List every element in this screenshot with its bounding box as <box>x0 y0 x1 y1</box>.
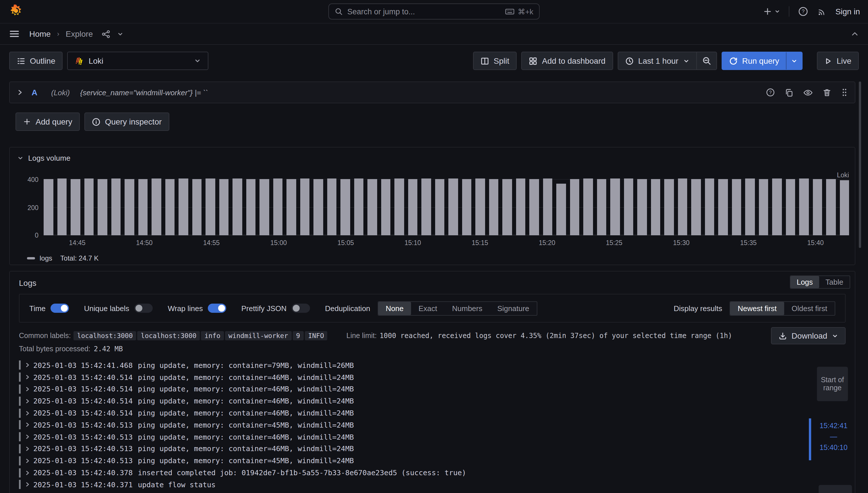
log-timestamp: 2025-01-03 15:42:40.514 <box>33 409 133 417</box>
log-timestamp: 2025-01-03 15:42:40.371 <box>33 480 133 489</box>
volume-bar <box>246 179 255 235</box>
display-results-option[interactable]: Oldest first <box>784 302 835 315</box>
log-row[interactable]: 2025-01-03 15:42:40.378 inserted complet… <box>19 467 800 479</box>
delete-query-icon[interactable] <box>823 88 831 97</box>
display-results-control: Display results Newest firstOldest first <box>674 301 835 315</box>
total-bytes-label: Total bytes processed: <box>19 345 90 353</box>
sign-in-button[interactable]: Sign in <box>835 7 860 16</box>
preview-eye-icon[interactable] <box>803 88 813 97</box>
log-row[interactable]: 2025-01-03 15:42:40.514 ping update, mem… <box>19 407 800 419</box>
log-level-bar <box>19 456 21 466</box>
new-button[interactable] <box>763 7 780 16</box>
run-query-button[interactable]: Run query <box>722 52 786 69</box>
zoom-out-time-button[interactable] <box>696 52 717 70</box>
logs-volume-bars <box>44 173 849 235</box>
dedup-option[interactable]: Exact <box>411 302 445 315</box>
view-toggle-option[interactable]: Logs <box>790 276 819 288</box>
query-ref-id[interactable]: A <box>31 88 37 97</box>
logs-volume-header[interactable]: Logs volume <box>17 154 70 163</box>
chevron-right-icon[interactable] <box>25 434 30 440</box>
volume-bar <box>367 179 377 235</box>
live-button[interactable]: Live <box>817 52 859 70</box>
log-row[interactable]: 2025-01-03 15:42:40.514 ping update, mem… <box>19 371 800 383</box>
logs-volume-chart[interactable] <box>44 173 849 235</box>
query-help-icon[interactable]: ? <box>766 88 775 97</box>
chevron-right-icon[interactable] <box>25 422 30 428</box>
run-query-caret[interactable] <box>786 52 802 69</box>
outline-button[interactable]: Outline <box>9 52 63 70</box>
breadcrumb-current[interactable]: Explore <box>66 29 93 39</box>
drag-handle-icon[interactable] <box>841 88 848 97</box>
chevron-right-icon[interactable] <box>25 398 30 404</box>
help-icon[interactable]: ? <box>798 6 808 17</box>
total-bytes-value: 2.42 MB <box>94 345 123 353</box>
query-editor-row: A (Loki) {service_name="windmill-worker"… <box>9 82 855 103</box>
dedup-option[interactable]: None <box>378 302 411 315</box>
volume-bar <box>691 179 701 235</box>
display-results-option[interactable]: Newest first <box>730 302 784 315</box>
chevron-right-icon[interactable] <box>25 446 30 452</box>
dedup-option[interactable]: Numbers <box>445 302 490 315</box>
breadcrumb-separator: › <box>57 30 59 38</box>
dedup-option[interactable]: Signature <box>490 302 537 315</box>
copy-query-icon[interactable] <box>785 88 793 97</box>
log-level-bar <box>19 444 21 453</box>
grafana-logo-icon[interactable] <box>9 4 23 19</box>
query-expression[interactable]: {service_name="windmill-worker"} |= `` <box>80 88 208 97</box>
breadcrumb-home[interactable]: Home <box>29 29 51 39</box>
chevron-right-icon[interactable] <box>25 458 30 464</box>
page-scrollbar-thumb[interactable] <box>859 82 861 248</box>
menu-icon[interactable] <box>9 29 20 39</box>
chart-legend[interactable]: logs Total: 24.7 K <box>27 254 99 262</box>
toggle-switch[interactable] <box>134 304 153 313</box>
toggle-switch[interactable] <box>208 304 227 313</box>
volume-bar <box>125 179 134 235</box>
chevron-right-icon[interactable] <box>25 386 30 392</box>
split-button[interactable]: Split <box>473 52 517 70</box>
chevron-right-icon[interactable] <box>25 410 30 416</box>
info-circle-icon <box>92 117 101 126</box>
chevron-right-icon[interactable] <box>25 470 30 475</box>
log-message: ping update, memory: container=46MB, win… <box>138 373 354 381</box>
chevron-right-icon[interactable] <box>25 362 30 368</box>
chevron-right-icon[interactable] <box>25 482 30 488</box>
chevron-right-icon[interactable] <box>25 374 30 380</box>
range-indicator-bar <box>809 419 811 460</box>
add-query-button[interactable]: Add query <box>16 112 80 131</box>
toggle-knob <box>135 305 142 312</box>
collapse-top-icon[interactable] <box>851 30 859 38</box>
datasource-picker[interactable]: Loki <box>67 52 209 70</box>
log-row[interactable]: 2025-01-03 15:42:41.468 ping update, mem… <box>19 359 800 371</box>
add-to-dashboard-button[interactable]: Add to dashboard <box>521 52 613 70</box>
toggle-switch[interactable] <box>51 304 69 313</box>
start-of-range-badge[interactable]: Start of range <box>817 367 848 401</box>
volume-bar <box>435 179 444 235</box>
chevron-down-icon[interactable] <box>117 31 123 37</box>
log-row[interactable]: 2025-01-03 15:42:40.371 update flow stat… <box>19 479 800 491</box>
legend-series-name[interactable]: logs <box>40 254 52 262</box>
log-row[interactable]: 2025-01-03 15:42:40.513 ping update, mem… <box>19 419 800 431</box>
log-level-bar <box>19 432 21 441</box>
chevron-right-icon[interactable] <box>17 89 23 96</box>
volume-bar <box>314 179 323 235</box>
time-range-button[interactable]: Last 1 hour <box>617 52 697 70</box>
view-toggle-option[interactable]: Table <box>819 276 850 288</box>
x-axis-label: 15:15 <box>472 239 488 246</box>
end-of-range-badge[interactable] <box>819 485 852 493</box>
toggle-label: Unique labels <box>84 304 129 313</box>
log-level-bar <box>19 385 21 394</box>
log-row[interactable]: 2025-01-03 15:42:40.514 ping update, mem… <box>19 395 800 407</box>
search-input[interactable]: Search or jump to... ⌘+k <box>329 3 539 20</box>
common-label-chip: localhost:3000 <box>137 331 200 340</box>
news-rss-icon[interactable] <box>817 6 827 16</box>
share-icon[interactable] <box>102 29 110 38</box>
log-row[interactable]: 2025-01-03 15:42:40.513 ping update, mem… <box>19 431 800 443</box>
query-inspector-button[interactable]: Query inspector <box>84 112 169 131</box>
log-row[interactable]: 2025-01-03 15:42:40.513 ping update, mem… <box>19 455 800 467</box>
log-row[interactable]: 2025-01-03 15:42:40.514 ping update, mem… <box>19 383 800 395</box>
log-row[interactable]: 2025-01-03 15:42:40.513 ping update, mem… <box>19 443 800 455</box>
toggle-switch[interactable] <box>292 304 310 313</box>
download-button[interactable]: Download <box>771 327 846 344</box>
log-message: ping update, memory: container=45MB, win… <box>138 456 354 465</box>
volume-bar <box>678 178 687 235</box>
